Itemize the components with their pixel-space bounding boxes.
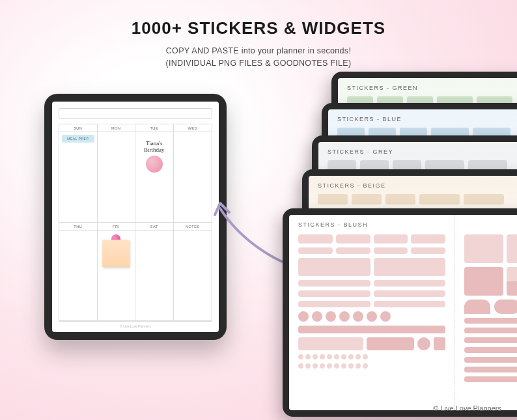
- planner-title-bar: [59, 108, 212, 119]
- cell-sat: [135, 231, 174, 321]
- book-label-grey: STICKERS - GREY: [328, 148, 393, 155]
- birthday-text: Tiana's Birthday: [138, 140, 171, 153]
- day-fri: FRI: [98, 223, 136, 231]
- sticker-mealprep: MEAL PREP: [62, 135, 94, 143]
- day-notes: NOTES: [174, 223, 212, 231]
- book-label-green: STICKERS - GREEN: [347, 85, 418, 91]
- sticker-book-blush: STICKERS - BLUSH: [283, 208, 517, 417]
- day-mon: MON: [98, 124, 136, 132]
- blush-left-page: [289, 215, 455, 410]
- headline-sub1: COPY AND PASTE into your planner in seco…: [0, 45, 517, 57]
- planner-footer: © Live Love Planners: [59, 324, 212, 328]
- day-sun: SUN: [59, 124, 98, 132]
- sticky-note: [102, 240, 130, 267]
- headline: 1000+ STICKERS & WIDGETS COPY AND PASTE …: [0, 0, 517, 70]
- ipad-planner: SUN MON TUE WED MEAL PREP Tiana's Birthd…: [44, 94, 227, 340]
- cell-tue: Tiana's Birthday: [135, 132, 174, 223]
- book-label-beige: STICKERS - BEIGE: [318, 182, 386, 189]
- birthday-icon: [146, 156, 163, 173]
- headline-title: 1000+ STICKERS & WIDGETS: [0, 18, 517, 38]
- cell-wed: [174, 132, 212, 223]
- sticker-book-stack: STICKERS - GREEN STICKERS - BLUE STICKER…: [257, 72, 517, 410]
- book-label-blue: STICKERS - BLUE: [337, 116, 402, 122]
- cell-notes: [174, 231, 212, 321]
- blush-right-page: [455, 215, 517, 410]
- cell-thu: [59, 231, 98, 321]
- day-sat: SAT: [135, 223, 174, 231]
- cell-fri: [98, 231, 136, 321]
- copyright: © Live Love Planners: [433, 404, 501, 412]
- day-wed: WED: [174, 124, 212, 132]
- day-tue: TUE: [135, 124, 174, 132]
- cell-mon: [98, 132, 136, 223]
- headline-sub2: (INDIVIDUAL PNG FILES & GOODNOTES FILE): [0, 57, 517, 70]
- ipad-screen: SUN MON TUE WED MEAL PREP Tiana's Birthd…: [52, 102, 219, 332]
- planner-grid: SUN MON TUE WED MEAL PREP Tiana's Birthd…: [59, 124, 212, 322]
- cell-sun: MEAL PREP: [59, 132, 98, 223]
- day-thu: THU: [59, 223, 98, 231]
